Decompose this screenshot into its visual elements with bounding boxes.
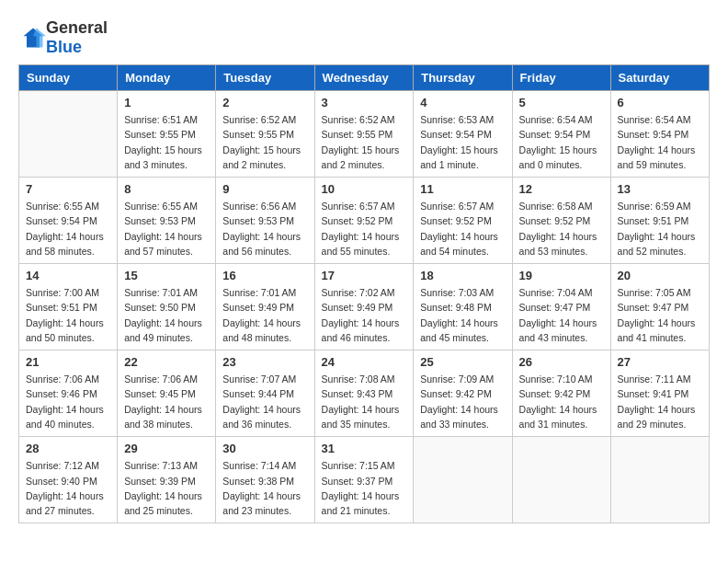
- calendar-header-sunday: Sunday: [19, 65, 118, 91]
- day-info: Sunrise: 6:53 AMSunset: 9:54 PMDaylight:…: [420, 112, 505, 172]
- day-number: 23: [222, 355, 307, 369]
- day-number: 24: [322, 355, 407, 369]
- day-info: Sunrise: 7:13 AMSunset: 9:39 PMDaylight:…: [124, 458, 209, 518]
- day-number: 19: [519, 269, 604, 282]
- day-info: Sunrise: 6:58 AMSunset: 9:52 PMDaylight:…: [519, 199, 604, 259]
- calendar-header-monday: Monday: [118, 65, 216, 91]
- day-number: 25: [420, 355, 505, 369]
- day-info: Sunrise: 7:00 AMSunset: 9:51 PMDaylight:…: [26, 285, 110, 345]
- calendar-cell: [19, 91, 118, 178]
- calendar-header-tuesday: Tuesday: [216, 65, 314, 91]
- day-info: Sunrise: 6:51 AMSunset: 9:55 PMDaylight:…: [124, 112, 209, 172]
- calendar-cell: 29Sunrise: 7:13 AMSunset: 9:39 PMDayligh…: [118, 437, 216, 523]
- calendar-table: SundayMondayTuesdayWednesdayThursdayFrid…: [18, 64, 710, 523]
- calendar-cell: 9Sunrise: 6:56 AMSunset: 9:53 PMDaylight…: [216, 178, 314, 264]
- day-number: 3: [322, 96, 407, 109]
- day-info: Sunrise: 7:01 AMSunset: 9:49 PMDaylight:…: [222, 285, 307, 345]
- day-info: Sunrise: 7:02 AMSunset: 9:49 PMDaylight:…: [322, 285, 407, 345]
- calendar-cell: 26Sunrise: 7:10 AMSunset: 9:42 PMDayligh…: [512, 350, 610, 437]
- day-info: Sunrise: 6:55 AMSunset: 9:54 PMDaylight:…: [26, 199, 110, 259]
- page-header: General Blue: [18, 18, 710, 57]
- calendar-week-row: 7Sunrise: 6:55 AMSunset: 9:54 PMDaylight…: [19, 178, 710, 264]
- calendar-cell: 6Sunrise: 6:54 AMSunset: 9:54 PMDaylight…: [610, 91, 709, 178]
- calendar-cell: 18Sunrise: 7:03 AMSunset: 9:48 PMDayligh…: [414, 264, 512, 350]
- day-number: 5: [519, 96, 604, 109]
- calendar-cell: 8Sunrise: 6:55 AMSunset: 9:53 PMDaylight…: [118, 178, 216, 264]
- day-info: Sunrise: 7:09 AMSunset: 9:42 PMDaylight:…: [420, 372, 505, 431]
- day-number: 2: [222, 96, 307, 109]
- calendar-cell: 7Sunrise: 6:55 AMSunset: 9:54 PMDaylight…: [19, 178, 118, 264]
- calendar-cell: 3Sunrise: 6:52 AMSunset: 9:55 PMDaylight…: [314, 91, 414, 178]
- calendar-week-row: 1Sunrise: 6:51 AMSunset: 9:55 PMDaylight…: [19, 91, 710, 178]
- calendar-cell: 28Sunrise: 7:12 AMSunset: 9:40 PMDayligh…: [19, 437, 118, 523]
- day-info: Sunrise: 7:03 AMSunset: 9:48 PMDaylight:…: [420, 285, 505, 345]
- day-number: 12: [519, 182, 604, 196]
- calendar-cell: [610, 437, 709, 523]
- day-number: 20: [618, 269, 702, 282]
- day-number: 22: [124, 355, 209, 369]
- day-info: Sunrise: 6:52 AMSunset: 9:55 PMDaylight:…: [222, 112, 307, 172]
- day-info: Sunrise: 7:12 AMSunset: 9:40 PMDaylight:…: [26, 458, 110, 518]
- logo-blue: Blue: [46, 38, 82, 56]
- day-number: 10: [322, 182, 407, 196]
- day-number: 27: [618, 355, 702, 369]
- day-number: 21: [26, 355, 110, 369]
- day-number: 18: [420, 269, 505, 282]
- calendar-week-row: 21Sunrise: 7:06 AMSunset: 9:46 PMDayligh…: [19, 350, 710, 437]
- day-info: Sunrise: 7:14 AMSunset: 9:38 PMDaylight:…: [222, 458, 307, 518]
- calendar-cell: 2Sunrise: 6:52 AMSunset: 9:55 PMDaylight…: [216, 91, 314, 178]
- day-number: 8: [124, 182, 209, 196]
- calendar-header-wednesday: Wednesday: [314, 65, 414, 91]
- calendar-cell: 15Sunrise: 7:01 AMSunset: 9:50 PMDayligh…: [118, 264, 216, 350]
- calendar-cell: 10Sunrise: 6:57 AMSunset: 9:52 PMDayligh…: [314, 178, 414, 264]
- day-info: Sunrise: 6:56 AMSunset: 9:53 PMDaylight:…: [222, 199, 307, 259]
- day-info: Sunrise: 7:06 AMSunset: 9:45 PMDaylight:…: [124, 372, 209, 431]
- day-info: Sunrise: 6:57 AMSunset: 9:52 PMDaylight:…: [322, 199, 407, 259]
- day-info: Sunrise: 7:01 AMSunset: 9:50 PMDaylight:…: [124, 285, 209, 345]
- calendar-header-saturday: Saturday: [610, 65, 709, 91]
- calendar-cell: 1Sunrise: 6:51 AMSunset: 9:55 PMDaylight…: [118, 91, 216, 178]
- calendar-cell: 16Sunrise: 7:01 AMSunset: 9:49 PMDayligh…: [216, 264, 314, 350]
- calendar-cell: 5Sunrise: 6:54 AMSunset: 9:54 PMDaylight…: [512, 91, 610, 178]
- calendar-cell: 31Sunrise: 7:15 AMSunset: 9:37 PMDayligh…: [314, 437, 414, 523]
- day-info: Sunrise: 6:59 AMSunset: 9:51 PMDaylight:…: [618, 199, 702, 259]
- calendar-cell: 19Sunrise: 7:04 AMSunset: 9:47 PMDayligh…: [512, 264, 610, 350]
- day-info: Sunrise: 7:15 AMSunset: 9:37 PMDaylight:…: [322, 458, 407, 518]
- day-number: 26: [519, 355, 604, 369]
- calendar-cell: 23Sunrise: 7:07 AMSunset: 9:44 PMDayligh…: [216, 350, 314, 437]
- day-info: Sunrise: 6:55 AMSunset: 9:53 PMDaylight:…: [124, 199, 209, 259]
- calendar-cell: 25Sunrise: 7:09 AMSunset: 9:42 PMDayligh…: [414, 350, 512, 437]
- day-number: 28: [26, 442, 110, 455]
- logo-general: General: [46, 18, 108, 37]
- calendar-header-row: SundayMondayTuesdayWednesdayThursdayFrid…: [19, 65, 710, 91]
- day-info: Sunrise: 7:10 AMSunset: 9:42 PMDaylight:…: [519, 372, 604, 431]
- calendar-cell: 21Sunrise: 7:06 AMSunset: 9:46 PMDayligh…: [19, 350, 118, 437]
- day-info: Sunrise: 6:54 AMSunset: 9:54 PMDaylight:…: [618, 112, 702, 172]
- calendar-cell: 4Sunrise: 6:53 AMSunset: 9:54 PMDaylight…: [414, 91, 512, 178]
- calendar-cell: 20Sunrise: 7:05 AMSunset: 9:47 PMDayligh…: [610, 264, 709, 350]
- calendar-header-thursday: Thursday: [414, 65, 512, 91]
- day-info: Sunrise: 7:06 AMSunset: 9:46 PMDaylight:…: [26, 372, 110, 431]
- day-info: Sunrise: 7:07 AMSunset: 9:44 PMDaylight:…: [222, 372, 307, 431]
- calendar-cell: 13Sunrise: 6:59 AMSunset: 9:51 PMDayligh…: [610, 178, 709, 264]
- day-number: 9: [222, 182, 307, 196]
- calendar-cell: 27Sunrise: 7:11 AMSunset: 9:41 PMDayligh…: [610, 350, 709, 437]
- calendar-cell: 22Sunrise: 7:06 AMSunset: 9:45 PMDayligh…: [118, 350, 216, 437]
- logo-icon: [20, 25, 46, 51]
- calendar-header-friday: Friday: [512, 65, 610, 91]
- day-number: 7: [26, 182, 110, 196]
- day-number: 14: [26, 269, 110, 282]
- day-info: Sunrise: 7:05 AMSunset: 9:47 PMDaylight:…: [618, 285, 702, 345]
- logo: General Blue: [18, 18, 108, 57]
- day-number: 6: [618, 96, 702, 109]
- calendar-cell: 14Sunrise: 7:00 AMSunset: 9:51 PMDayligh…: [19, 264, 118, 350]
- calendar-cell: [414, 437, 512, 523]
- day-number: 15: [124, 269, 209, 282]
- day-info: Sunrise: 7:08 AMSunset: 9:43 PMDaylight:…: [322, 372, 407, 431]
- calendar-week-row: 28Sunrise: 7:12 AMSunset: 9:40 PMDayligh…: [19, 437, 710, 523]
- calendar-cell: 17Sunrise: 7:02 AMSunset: 9:49 PMDayligh…: [314, 264, 414, 350]
- day-number: 13: [618, 182, 702, 196]
- day-number: 17: [322, 269, 407, 282]
- day-number: 4: [420, 96, 505, 109]
- day-info: Sunrise: 7:11 AMSunset: 9:41 PMDaylight:…: [618, 372, 702, 431]
